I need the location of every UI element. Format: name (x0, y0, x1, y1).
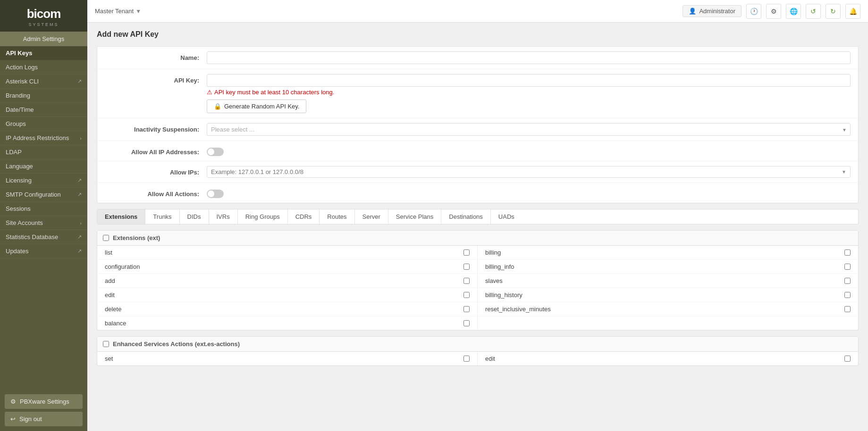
chevron-right-icon: › (80, 135, 82, 141)
perm-row-billing-history: billing_history (478, 288, 858, 302)
sidebar-item-statistics-db[interactable]: Statistics Database ↗ (0, 230, 87, 244)
pbxware-settings-button[interactable]: ⚙ PBXware Settings (5, 394, 83, 409)
bell-button[interactable]: 🔔 (845, 4, 860, 19)
extensions-header-checkbox[interactable] (103, 235, 109, 241)
external-link-icon-4: ↗ (77, 234, 82, 240)
perm-name-add: add (105, 277, 115, 284)
sidebar-item-sessions[interactable]: Sessions (0, 202, 87, 216)
perm-name-billing-info: billing_info (485, 263, 514, 270)
logo-sub: SYSTEMS (27, 22, 61, 27)
sidebar-item-datetime[interactable]: Date/Time (0, 103, 87, 117)
tab-ivrs[interactable]: IVRs (209, 209, 238, 224)
tab-uads[interactable]: UADs (491, 209, 522, 224)
perm-name-delete: delete (105, 306, 121, 313)
perm-row-list: list (97, 246, 477, 260)
sidebar-item-api-keys[interactable]: API Keys (0, 46, 87, 60)
perm-check-balance[interactable] (463, 320, 470, 326)
clock-button[interactable]: 🕐 (746, 4, 761, 19)
sidebar-item-ip-restrictions[interactable]: IP Address Restrictions › (0, 131, 87, 145)
api-key-error: ⚠ API key must be at least 10 characters… (207, 89, 851, 96)
perm-check-edit[interactable] (463, 292, 470, 298)
tags-dropdown-arrow[interactable]: ▼ (842, 169, 846, 174)
header-icons: 🕐 ⚙ 🌐 ↺ ↻ 🔔 (746, 4, 860, 19)
inactivity-select[interactable]: Please select ... (207, 123, 851, 136)
allow-ips-input[interactable] (211, 168, 842, 175)
name-input[interactable] (207, 51, 851, 64)
allow-ips-label: Allow IPs: (105, 166, 199, 176)
allow-ips-input-wrapper: ▼ (207, 166, 851, 178)
sidebar-item-licensing[interactable]: Licensing ↗ (0, 174, 87, 188)
perm-check-configuration[interactable] (463, 264, 470, 270)
perm-check-edit-es[interactable] (844, 356, 851, 362)
perm-row-billing-info: billing_info (478, 260, 858, 274)
allow-all-actions-toggle[interactable] (207, 190, 224, 198)
perm-row-slaves: slaves (478, 274, 858, 288)
warning-icon: ⚠ (207, 89, 212, 96)
perm-check-billing-info[interactable] (844, 264, 851, 270)
tenant-name: Master Tenant (95, 8, 134, 15)
sign-out-button[interactable]: ↩ Sign out (5, 412, 83, 426)
perm-row-delete: delete (97, 302, 477, 316)
perm-row-balance: balance (97, 316, 477, 330)
main-content: Master Tenant ▼ 👤 Administrator 🕐 ⚙ 🌐 ↺ … (87, 0, 868, 431)
sidebar-item-action-logs[interactable]: Action Logs (0, 60, 87, 75)
api-key-input[interactable] (207, 74, 851, 87)
extensions-grid: list configuration add edit (97, 246, 858, 330)
sidebar-item-smtp[interactable]: SMTP Configuration ↗ (0, 188, 87, 202)
perm-check-billing[interactable] (844, 249, 851, 256)
perm-row-add: add (97, 274, 477, 288)
perm-name-edit: edit (105, 291, 115, 298)
perm-check-slaves[interactable] (844, 278, 851, 284)
perm-check-set[interactable] (463, 356, 470, 362)
tab-ring-groups[interactable]: Ring Groups (238, 209, 288, 224)
perm-check-reset-inclusive[interactable] (844, 306, 851, 312)
generate-api-key-button[interactable]: 🔒 Generate Random API Key. (207, 99, 306, 113)
refresh1-button[interactable]: ↺ (806, 4, 821, 19)
sidebar-item-ldap[interactable]: LDAP (0, 145, 87, 159)
tenant-dropdown-arrow[interactable]: ▼ (135, 8, 141, 15)
perm-name-edit-es: edit (485, 355, 495, 362)
perm-check-list[interactable] (463, 249, 470, 256)
tab-service-plans[interactable]: Service Plans (388, 209, 441, 224)
es-actions-header-label: Enhanced Services Actions (ext.es-action… (113, 340, 240, 348)
sidebar-item-groups[interactable]: Groups (0, 117, 87, 131)
name-row: Name: (97, 47, 858, 69)
allow-all-ip-toggle[interactable] (207, 148, 224, 156)
extensions-left-col: list configuration add edit (97, 246, 478, 330)
name-label: Name: (105, 51, 199, 61)
globe-button[interactable]: 🌐 (786, 4, 801, 19)
allow-all-actions-toggle-wrapper (207, 188, 851, 198)
allow-ips-field-wrapper: ▼ (207, 166, 851, 178)
sidebar-item-updates[interactable]: Updates ↗ (0, 244, 87, 258)
sidebar-item-asterisk-cli[interactable]: Asterisk CLI ↗ (0, 75, 87, 89)
perm-name-billing: billing (485, 249, 501, 256)
tab-cdrs[interactable]: CDRs (288, 209, 320, 224)
sidebar: bicom SYSTEMS Admin Settings API Keys Ac… (0, 0, 87, 431)
perm-name-slaves: slaves (485, 277, 503, 284)
allow-ips-row: Allow IPs: ▼ (97, 161, 858, 183)
perm-check-add[interactable] (463, 278, 470, 284)
settings-button[interactable]: ⚙ (766, 4, 781, 19)
tab-dids[interactable]: DIDs (180, 209, 209, 224)
refresh2-button[interactable]: ↻ (826, 4, 841, 19)
external-link-icon: ↗ (77, 78, 82, 84)
gear-icon: ⚙ (10, 398, 16, 405)
tab-destinations[interactable]: Destinations (441, 209, 491, 224)
sidebar-item-language[interactable]: Language (0, 159, 87, 174)
perm-check-delete[interactable] (463, 306, 470, 312)
tab-routes[interactable]: Routes (320, 209, 354, 224)
tab-trunks[interactable]: Trunks (145, 209, 179, 224)
es-actions-header-checkbox[interactable] (103, 341, 109, 347)
tab-server[interactable]: Server (355, 209, 388, 224)
sidebar-item-site-accounts[interactable]: Site Accounts › (0, 216, 87, 230)
extensions-header-label: Extensions (ext) (113, 234, 160, 241)
perm-check-billing-history[interactable] (844, 292, 851, 298)
tab-extensions[interactable]: Extensions (97, 209, 145, 224)
admin-settings-btn[interactable]: Admin Settings (0, 32, 87, 46)
external-link-icon-5: ↗ (77, 248, 82, 254)
sidebar-item-branding[interactable]: Branding (0, 89, 87, 103)
chevron-right-icon-2: › (80, 220, 82, 226)
es-actions-left-col: set (97, 352, 478, 365)
sidebar-nav: API Keys Action Logs Asterisk CLI ↗ Bran… (0, 46, 87, 258)
tenant-wrapper: Master Tenant ▼ (95, 8, 678, 15)
